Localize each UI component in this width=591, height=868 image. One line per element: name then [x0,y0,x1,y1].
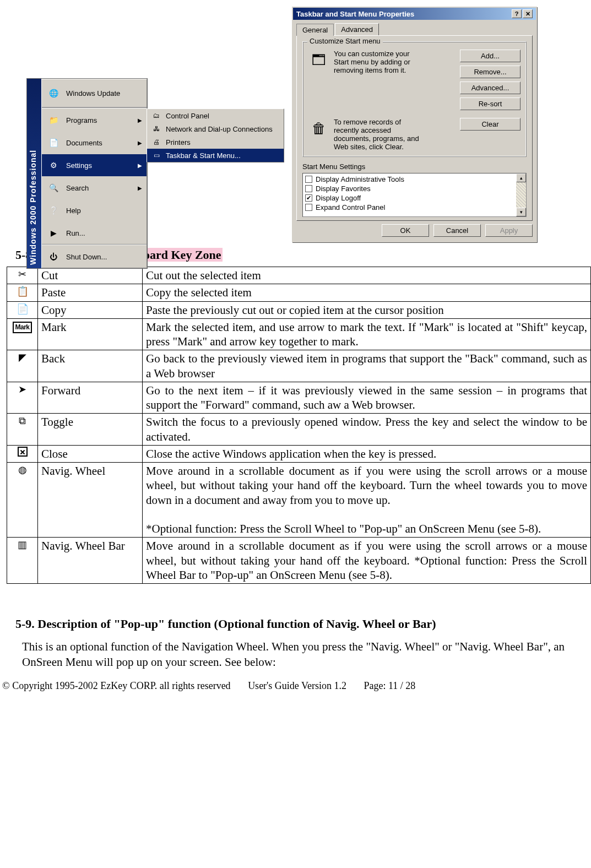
submenu-item-network[interactable]: 🖧 Network and Dial-up Connections [147,122,284,135]
close-button[interactable]: ✕ [523,9,533,18]
resort-button[interactable]: Re-sort [460,97,520,110]
submenu-item-taskbar[interactable]: ▭ Taskbar & Start Menu... [147,149,284,162]
tab-strip: General Advanced [293,20,536,35]
key-name: Copy [38,301,143,318]
key-name: Toggle [38,414,143,446]
chevron-right-icon: ▶ [138,185,142,191]
list-item-label: Display Logoff [316,194,361,202]
network-icon: 🖧 [151,124,161,133]
apply-button[interactable]: Apply [485,224,533,237]
key-name: Paste [38,284,143,301]
start-menu-item-documents[interactable]: 📄 Documents ▶ [42,131,147,154]
list-item-label: Expand Control Panel [316,203,385,211]
submenu-item-control-panel[interactable]: 🗂 Control Panel [147,109,284,122]
chevron-right-icon: ▶ [138,117,142,123]
settings-listbox[interactable]: Display Administrative Tools Display Fav… [302,173,527,217]
section-5-9-body: This is an optional function of the Navi… [22,639,587,670]
key-description: Move around in a scrollable document as … [143,463,591,538]
start-menu-item-run[interactable]: ▶ Run... [42,221,147,244]
key-icon: ➤ [7,382,38,414]
printers-icon: 🖨 [151,138,161,147]
remove-button[interactable]: Remove... [460,66,520,78]
list-item[interactable]: Display Favorites [304,184,515,193]
programs-icon: 📁 [46,114,61,126]
list-item[interactable]: ✔ Display Logoff [304,193,515,203]
help-button[interactable]: ? [512,9,522,18]
checkbox[interactable] [305,176,312,183]
key-name: Back [38,350,143,382]
start-menu-icon: 🗔 [308,50,329,70]
scroll-track[interactable] [516,182,526,208]
start-menu-label: Documents [66,139,102,147]
list-item[interactable]: Expand Control Panel [304,203,515,212]
key-icon: ◤ [7,350,38,382]
chevron-right-icon: ▶ [138,140,142,146]
dialog-titlebar: Taskbar and Start Menu Properties ? ✕ [293,8,536,20]
tab-page-advanced: Customize Start menu 🗔 You can customize… [296,35,533,221]
list-item-label: Display Administrative Tools [316,175,404,183]
tab-general[interactable]: General [296,24,334,36]
settings-icon: ⚙ [46,159,61,171]
tab-advanced[interactable]: Advanced [335,23,379,35]
taskbar-icon: ▭ [151,151,161,160]
start-menu-label: Windows Update [66,89,120,97]
key-description: Mark the selected item, and use arrow to… [143,318,591,350]
chevron-right-icon: ▶ [138,162,142,169]
taskbar-properties-dialog: Taskbar and Start Menu Properties ? ✕ Ge… [292,7,537,242]
footer-version: User's Guide Version 1.2 [248,680,346,691]
submenu-label: Printers [166,138,191,147]
scrollbar[interactable]: ▴ ▾ [516,173,526,216]
table-row: ▥Navig. Wheel BarMove around in a scroll… [7,538,591,584]
start-menu-item-programs[interactable]: 📁 Programs ▶ [42,109,147,131]
clear-text: To remove records of recently accessed d… [334,118,422,151]
start-menu-item-help[interactable]: ❔ Help [42,199,147,221]
table-row: CloseClose the active Windows applicatio… [7,445,591,462]
search-icon: 🔍 [46,182,61,194]
footer-copyright: © Copyright 1995-2002 EzKey CORP. all ri… [2,680,231,691]
start-menu-item-search[interactable]: 🔍 Search ▶ [42,176,147,199]
advanced-button[interactable]: Advanced... [460,82,520,94]
table-row: ➤ForwardGo to the next item – if it was … [7,382,591,414]
key-name: Close [38,445,143,462]
checkbox[interactable] [305,185,312,192]
table-row: 📄CopyPaste the previously cut out or cop… [7,301,591,318]
dialog-title: Taskbar and Start Menu Properties [296,10,414,18]
page-footer: © Copyright 1995-2002 EzKey CORP. all ri… [2,680,591,692]
start-menu-item-settings[interactable]: ⚙ Settings ▶ [42,154,147,176]
key-description: Go back to the previously viewed item in… [143,350,591,382]
checkbox[interactable] [305,204,312,211]
key-icon [7,445,38,462]
scroll-up-icon[interactable]: ▴ [516,173,526,182]
key-name: Forward [38,382,143,414]
start-menu-item-shutdown[interactable]: ⏻ Shut Down... [42,245,147,268]
submenu-label: Network and Dial-up Connections [166,125,273,133]
key-description: Cut out the selected item [143,267,591,284]
documents-icon: 📄 [46,137,61,149]
table-row: ◍Navig. WheelMove around in a scrollable… [7,463,591,538]
control-panel-icon: 🗂 [151,111,161,120]
scroll-down-icon[interactable]: ▾ [516,208,526,216]
table-row: 📋PasteCopy the selected item [7,284,591,301]
key-description: Go to the next item – if it was previous… [143,382,591,414]
start-menu-item-windows-update[interactable]: 🌐 Windows Update [42,79,147,107]
key-name: Mark [38,318,143,350]
figures-area: Windows 2000 Professional 🌐 Windows Upda… [0,7,591,243]
ok-button[interactable]: OK [382,224,429,237]
start-menu-label: Settings [66,161,92,170]
table-row: ✂CutCut out the selected item [7,267,591,284]
key-description: Move around in a scrollable document as … [143,538,591,584]
key-icon: Mark [7,318,38,350]
cancel-button[interactable]: Cancel [433,224,481,237]
start-menu: Windows 2000 Professional 🌐 Windows Upda… [26,78,148,269]
submenu-item-printers[interactable]: 🖨 Printers [147,135,284,149]
checkbox[interactable]: ✔ [305,194,312,202]
key-description: Switch the focus to a previously opened … [143,414,591,446]
dialog-button-row: OK Cancel Apply [293,224,536,241]
key-name: Navig. Wheel Bar [38,538,143,584]
key-description: Copy the selected item [143,284,591,301]
settings-submenu: 🗂 Control Panel 🖧 Network and Dial-up Co… [147,109,284,162]
clear-button[interactable]: Clear [460,118,520,131]
list-item[interactable]: Display Administrative Tools [304,175,515,184]
add-button[interactable]: Add... [460,50,520,62]
help-icon: ❔ [46,204,61,216]
